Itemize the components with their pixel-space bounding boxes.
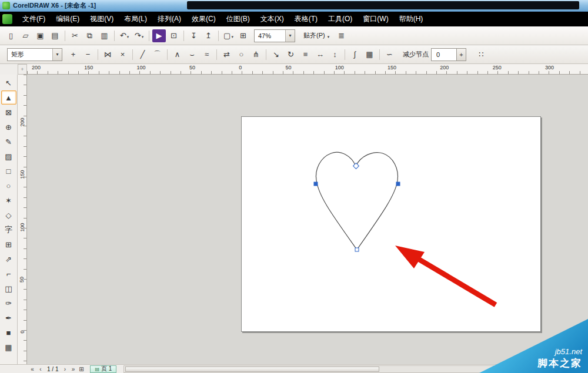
blend-tool[interactable]: ◫ [1, 281, 16, 295]
connector-tool[interactable]: ⌐ [1, 267, 16, 281]
copy-icon[interactable]: ⧉ [83, 29, 96, 42]
separator[interactable] [218, 31, 219, 41]
menu-table[interactable]: 表格(T) [289, 12, 323, 26]
heart-node-left[interactable] [314, 182, 318, 186]
import-icon[interactable]: ↧ [187, 29, 201, 42]
print-icon[interactable]: ▤ [48, 29, 62, 42]
paste-icon[interactable]: ▥ [98, 29, 111, 42]
save-icon[interactable]: ▣ [34, 29, 47, 42]
drawing-canvas[interactable] [27, 75, 588, 364]
reflect-vertical-icon[interactable]: ↕ [328, 48, 342, 61]
table-tool[interactable]: ⊞ [1, 237, 16, 251]
menu-arrange[interactable]: 排列(A) [152, 12, 186, 26]
separator[interactable] [345, 49, 345, 60]
smooth-node-icon[interactable]: ⌣ [185, 48, 199, 61]
interactive-fill-tool[interactable]: ▦ [1, 340, 16, 354]
zoom-dropdown-arrow-icon[interactable] [285, 30, 295, 42]
redo-icon[interactable]: ↷ [132, 29, 146, 42]
reduce-nodes-stepper[interactable]: + [457, 48, 466, 61]
separator[interactable] [114, 31, 115, 41]
undo-icon[interactable]: ↶ [118, 29, 131, 42]
convert-to-curve-icon[interactable]: ⌒ [151, 48, 164, 61]
pick-tool[interactable]: ↖ [1, 76, 16, 90]
separator[interactable] [65, 31, 65, 41]
open-icon[interactable]: ▱ [19, 29, 32, 42]
join-nodes-icon[interactable]: ⋈ [101, 48, 115, 61]
first-page-button[interactable]: « [28, 366, 36, 372]
ruler-origin-button[interactable]: + [18, 64, 27, 75]
menu-help[interactable]: 帮助(H) [394, 12, 429, 26]
outline-pen-tool[interactable]: ✒ [1, 311, 16, 325]
shape-tool[interactable]: ▲ [1, 90, 16, 105]
menu-text[interactable]: 文本(X) [255, 12, 289, 26]
convert-to-line-icon[interactable]: ╱ [136, 48, 149, 61]
add-node-icon[interactable]: + [66, 48, 80, 61]
zoom-tool[interactable]: ⊕ [1, 120, 16, 134]
menu-layout[interactable]: 布局(L) [119, 12, 152, 26]
symmetrical-node-icon[interactable]: ≈ [200, 48, 213, 61]
snap-dropdown-arrow-icon[interactable] [325, 32, 330, 39]
dropdown-arrow-icon[interactable] [142, 31, 144, 40]
separator[interactable] [379, 49, 380, 60]
heart-node-top[interactable] [353, 163, 359, 169]
elastic-mode-icon[interactable]: ∫ [348, 48, 362, 61]
prev-page-button[interactable]: ‹ [36, 366, 45, 372]
separator[interactable] [132, 49, 133, 60]
heart-node-right[interactable] [396, 182, 400, 186]
last-page-button[interactable]: » [69, 366, 77, 372]
scrollbar-thumb[interactable] [125, 367, 379, 372]
fill-tool[interactable]: ■ [1, 325, 16, 340]
node-selection-mode-icon[interactable]: ∷ [475, 48, 488, 61]
polygon-tool[interactable]: ✶ [1, 193, 16, 207]
cusp-node-icon[interactable]: ∧ [171, 48, 184, 61]
separator[interactable] [266, 49, 266, 60]
zoom-level-combo[interactable]: 47% [254, 29, 295, 42]
add-page-button[interactable]: ⊞ [77, 366, 85, 372]
stretch-nodes-icon[interactable]: ↘ [269, 48, 283, 61]
horizontal-ruler[interactable]: 20015010050050100150200250300 [27, 64, 588, 75]
curve-smoothness-icon[interactable]: ∽ [383, 48, 396, 61]
select-all-nodes-icon[interactable]: ▦ [363, 48, 376, 61]
app-launcher-icon[interactable]: ▶ [152, 29, 166, 42]
new-document-icon[interactable]: ▯ [4, 29, 18, 42]
reduce-nodes-spinner[interactable]: 0 [431, 48, 457, 61]
freehand-tool[interactable]: ✎ [1, 135, 16, 149]
text-tool[interactable]: 字 [1, 223, 16, 237]
reflect-horizontal-icon[interactable]: ↔ [313, 48, 327, 61]
cut-icon[interactable]: ✂ [68, 29, 82, 42]
dimension-tool[interactable]: ⇗ [1, 252, 16, 266]
menu-effects[interactable]: 效果(C) [186, 12, 221, 26]
menu-bitmaps[interactable]: 位图(B) [221, 12, 255, 26]
options-icon[interactable]: ≣ [335, 29, 348, 42]
menu-view[interactable]: 视图(V) [85, 12, 119, 26]
eyedropper-tool[interactable]: ✑ [1, 296, 16, 310]
close-curve-icon[interactable]: ○ [235, 48, 248, 61]
align-nodes-icon[interactable]: ≡ [299, 48, 312, 61]
menu-file[interactable]: 文件(F) [17, 12, 51, 26]
separator[interactable] [98, 49, 98, 60]
rectangle-tool[interactable]: □ [1, 164, 16, 178]
menu-window[interactable]: 窗口(W) [358, 12, 393, 26]
extract-subpath-icon[interactable]: ⋔ [249, 48, 263, 61]
heart-node-bottom[interactable] [355, 248, 359, 251]
next-page-button[interactable]: › [61, 366, 69, 372]
separator[interactable] [216, 49, 217, 60]
dropdown-arrow-icon[interactable] [231, 31, 233, 40]
preset-list-combo[interactable]: 矩形 [7, 48, 62, 61]
break-curve-icon[interactable]: × [116, 48, 129, 61]
view-navigator-icon[interactable]: ⊞ [236, 29, 250, 42]
menu-tools[interactable]: 工具(O) [323, 12, 358, 26]
reverse-direction-icon[interactable]: ⇄ [220, 48, 233, 61]
smart-fill-tool[interactable]: ▨ [1, 149, 16, 163]
preset-dropdown-arrow-icon[interactable] [52, 49, 62, 61]
ellipse-tool[interactable]: ○ [1, 179, 16, 193]
rotate-nodes-icon[interactable]: ↻ [284, 48, 298, 61]
page-tab[interactable]: ▤ 页 1 [90, 365, 116, 373]
separator[interactable] [183, 31, 184, 41]
delete-node-icon[interactable]: − [81, 48, 95, 61]
menu-edit[interactable]: 编辑(E) [51, 12, 85, 26]
separator[interactable] [167, 49, 168, 60]
vertical-ruler[interactable]: 200150100500 [18, 75, 27, 364]
welcome-screen-icon[interactable]: ⊡ [167, 29, 181, 42]
basic-shapes-tool[interactable]: ◇ [1, 208, 16, 222]
